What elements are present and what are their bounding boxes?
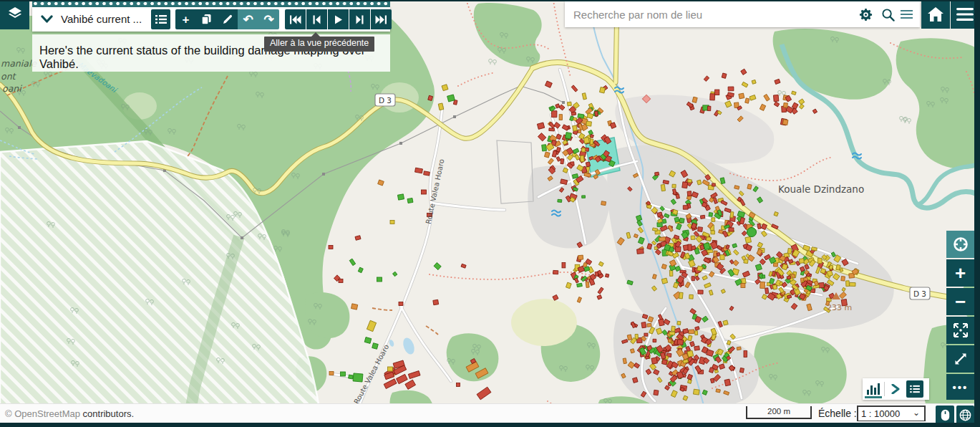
window-edge-right <box>974 0 980 427</box>
building-marker <box>583 137 589 143</box>
next-view-button[interactable] <box>349 9 370 29</box>
building-marker <box>829 265 833 269</box>
building-marker <box>760 282 765 288</box>
building-marker <box>668 339 671 342</box>
building-marker <box>562 263 566 268</box>
building-marker <box>782 120 788 125</box>
building-marker <box>716 389 720 393</box>
legend-list-button[interactable] <box>906 380 923 398</box>
panel-expand-button[interactable] <box>885 378 906 400</box>
building-marker <box>729 228 734 231</box>
gear-icon[interactable] <box>859 8 873 21</box>
building-marker <box>571 112 576 115</box>
redo-button[interactable]: ↷ <box>258 9 279 29</box>
previous-view-button[interactable] <box>306 9 327 29</box>
building-marker <box>663 180 669 183</box>
building-marker <box>722 73 727 78</box>
home-button[interactable] <box>921 0 950 29</box>
osm-attribution-link[interactable]: © OpenStreetMap <box>5 408 80 419</box>
building-marker <box>692 277 694 281</box>
building-marker <box>811 247 817 251</box>
building-marker <box>700 215 705 219</box>
building-marker <box>742 278 747 284</box>
zoom-in-button[interactable]: + <box>946 259 974 287</box>
scale-select[interactable]: 1 : 10000 <box>858 408 924 421</box>
building-marker <box>747 184 752 189</box>
last-view-button[interactable] <box>371 9 392 29</box>
building-marker <box>692 97 697 102</box>
building-marker <box>728 87 734 91</box>
search-input[interactable] <box>565 1 830 27</box>
redo-icon: ↷ <box>263 14 273 26</box>
minus-icon: − <box>955 292 966 311</box>
building-marker <box>407 198 413 203</box>
building-marker <box>349 375 354 379</box>
building-marker <box>672 184 676 188</box>
building-marker <box>787 249 792 254</box>
building-marker <box>741 284 745 288</box>
building-marker <box>590 139 593 145</box>
building-marker <box>641 322 646 327</box>
building-marker <box>657 223 662 227</box>
layers-panel-button[interactable] <box>0 0 29 29</box>
building-marker <box>720 255 724 260</box>
building-marker <box>567 102 571 106</box>
building-marker <box>605 274 608 277</box>
play-button[interactable] <box>328 9 349 29</box>
building-marker <box>561 159 564 164</box>
add-view-button[interactable]: + <box>175 9 196 29</box>
locate-button[interactable] <box>946 231 974 258</box>
building-marker <box>762 275 765 279</box>
building-marker <box>818 258 822 263</box>
edit-view-button[interactable] <box>217 9 238 29</box>
building-marker <box>630 349 634 353</box>
building-marker <box>711 231 715 234</box>
search-icon[interactable] <box>881 8 895 21</box>
building-marker <box>694 346 700 350</box>
first-view-button[interactable] <box>285 9 306 29</box>
chart-tab-button[interactable] <box>863 378 884 400</box>
building-marker <box>688 335 692 341</box>
duplicate-view-button[interactable] <box>196 9 217 29</box>
projection-globe-button[interactable] <box>956 406 974 424</box>
undo-icon: ↶ <box>243 14 253 26</box>
building-marker <box>654 390 659 395</box>
window-edge-bottom <box>0 423 980 427</box>
building-marker <box>671 326 676 332</box>
search-menu-icon[interactable] <box>901 9 914 23</box>
building-marker <box>745 236 752 243</box>
bottom-widget-panel <box>863 378 929 400</box>
zoom-out-button[interactable]: − <box>946 288 974 315</box>
undo-button[interactable]: ↶ <box>238 9 258 29</box>
tooltip-text: Aller à la vue précédente <box>270 38 369 48</box>
chevron-right-icon <box>891 384 900 394</box>
zoom-extent-button[interactable] <box>946 317 974 344</box>
building-marker <box>659 319 665 326</box>
building-marker <box>679 292 684 299</box>
building-marker <box>453 100 457 105</box>
more-tools-button[interactable]: ••• <box>946 374 974 400</box>
building-marker <box>647 323 651 327</box>
building-marker <box>558 199 562 202</box>
building-marker <box>697 266 703 272</box>
building-marker <box>582 148 586 152</box>
building-marker <box>582 196 586 198</box>
tooltip: Aller à la vue précédente <box>264 37 374 52</box>
building-marker <box>840 268 843 272</box>
story-list-button[interactable] <box>151 9 170 29</box>
building-marker <box>644 333 648 336</box>
building-marker <box>683 206 688 210</box>
resize-button[interactable] <box>946 345 974 373</box>
collapse-chevron-icon[interactable] <box>41 14 54 25</box>
scale-select-wrap: 1 : 10000 ⌄ <box>857 406 926 421</box>
building-marker <box>695 331 698 335</box>
story-toolbar: Vahibé current ... + ↶ ↷ <box>32 7 390 32</box>
mouse-position-button[interactable] <box>936 406 954 424</box>
building-marker <box>712 218 715 222</box>
scale-bar-label: 200 m <box>747 407 810 416</box>
building-marker <box>577 283 583 287</box>
building-marker <box>372 343 379 350</box>
building-marker <box>707 106 711 111</box>
building-marker <box>846 281 850 287</box>
building-marker <box>757 224 761 229</box>
